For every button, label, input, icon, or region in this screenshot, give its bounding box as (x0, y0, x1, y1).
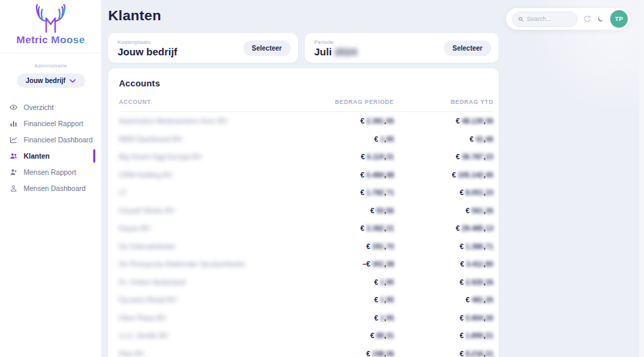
account-name-cell: Cloud2 Works BV (119, 207, 294, 215)
bedrag-periode-cell: € 2.381,06 (294, 117, 394, 125)
search-input[interactable] (527, 16, 572, 22)
periode-value: Juli 2024 (314, 46, 357, 57)
scrollbar[interactable] (639, 0, 644, 357)
users-icon (9, 152, 18, 160)
chevron-down-icon (70, 79, 76, 83)
sidebar-item-klanten[interactable]: Klanten (0, 148, 101, 164)
bedrag-ytd-cell: € 561,26 (394, 207, 493, 215)
account-name-cell: Automotive Medewerkers Kern BV (119, 117, 294, 125)
person-report-icon (9, 168, 18, 176)
account-name-cell: Dayze BV (119, 224, 294, 232)
column-header-bedrag-periode: BEDRAG PERIODE (294, 99, 394, 105)
bedrag-periode-cell: € 1.782,71 (294, 188, 394, 196)
moose-antlers-icon (26, 3, 76, 33)
table-row[interactable]: Automotive Medewerkers Kern BV € 2.381,0… (119, 112, 493, 130)
bedrag-periode-cell: € 1,95 (294, 135, 394, 143)
filter-row: Kostenplaats Jouw bedrijf Selecteer Peri… (108, 33, 499, 63)
accounts-title: Accounts (119, 78, 493, 88)
table-row[interactable]: Dynamo Retail BV € 1,95 € 481,26 (119, 291, 493, 309)
bedrag-periode-cell: € 1,95 (294, 314, 394, 322)
line-chart-icon (9, 136, 18, 144)
avatar[interactable]: TP (610, 10, 628, 28)
bedrag-periode-cell: € 93,56 (294, 207, 394, 215)
sidebar-item-label: Mensen Dashboard (24, 184, 86, 192)
kostenplaats-selecteer-button[interactable]: Selecteer (243, 40, 291, 56)
moon-icon (597, 15, 605, 23)
table-row[interactable]: Plan BV € 198,36 € 8.216,21 (119, 345, 493, 357)
bedrag-ytd-cell: € 1.386,71 (394, 242, 493, 250)
table-row[interactable]: LLLL Zwolle BV € 89,31 € 1.890,21 (119, 327, 493, 345)
bedrag-periode-cell: € 198,36 (294, 350, 394, 357)
bedrag-ytd-cell: € 1.890,21 (394, 331, 493, 339)
bedrag-periode-cell: −€ 301,38 (294, 260, 394, 268)
table-row[interactable]: Dr. Online Nederland € 1,95 € 2.920,26 (119, 273, 493, 292)
account-name-cell: LLLL Zwolle BV (119, 331, 294, 339)
sidebar-item-label: Klanten (24, 152, 50, 160)
search-box[interactable] (512, 11, 578, 27)
table-row[interactable]: Dayze BV € 3.382,21 € 29.485,13 (119, 219, 493, 238)
table-row[interactable]: LT € 1.782,71 € 8.051,23 (119, 184, 493, 202)
kostenplaats-card: Kostenplaats Jouw bedrijf Selecteer (108, 33, 298, 63)
bedrag-periode-cell: € 3.382,21 (294, 224, 394, 232)
account-name-cell: Olive Plaza BV (119, 314, 294, 322)
table-row[interactable]: MKB Dashboard BV € 1,95 € 41,46 (119, 130, 493, 148)
sidebar-item-financieel-rapport[interactable]: Financieel Rapport (0, 115, 101, 132)
eye-icon (9, 103, 18, 111)
account-name-cell: Plan BV (119, 350, 294, 357)
table-row[interactable]: Big Groen Egg Europa BV € 6.119,31 € 36.… (119, 148, 493, 166)
sidebar-item-mensen-rapport[interactable]: Mensen Rapport (0, 164, 101, 180)
periode-selecteer-button[interactable]: Selecteer (444, 40, 491, 56)
bedrag-ytd-cell: € 481,26 (394, 296, 493, 304)
search-icon (518, 16, 524, 22)
dark-mode-toggle[interactable] (597, 15, 605, 23)
kostenplaats-value: Jouw bedrijf (118, 46, 177, 57)
table-row[interactable]: De Peergroep (Nationale Vacaturebank) −€… (119, 255, 493, 273)
account-name-cell: De Peergroep (Nationale Vacaturebank) (119, 260, 294, 268)
bedrag-ytd-cell: € 48.139,36 (394, 117, 493, 125)
sidebar-item-mensen-dashboard[interactable]: Mensen Dashboard (0, 180, 101, 196)
column-header-account: ACCOUNT (119, 99, 294, 105)
account-name-cell: MKB Dashboard BV (119, 135, 294, 143)
bedrag-periode-cell: € 6.119,31 (294, 153, 394, 161)
bedrag-periode-cell: € 1,95 (294, 278, 394, 286)
account-name-cell: Dynamo Retail BV (119, 296, 294, 304)
kostenplaats-label: Kostenplaats (118, 39, 177, 45)
administratie-label: Administratie (0, 63, 101, 69)
accounts-table-body: Automotive Medewerkers Kern BV € 2.381,0… (119, 112, 493, 357)
accounts-card: Accounts ACCOUNT BEDRAG PERIODE BEDRAG Y… (108, 68, 499, 357)
logo-text: Metric Moose (0, 34, 101, 46)
bedrag-ytd-cell: € 36.787,23 (394, 153, 493, 161)
table-row[interactable]: Olive Plaza BV € 1,95 € 5.904,26 (119, 309, 493, 327)
refresh-button[interactable] (583, 15, 591, 23)
table-row[interactable]: CRM Holding BV € 5.484,48 € 105.142,45 (119, 166, 493, 184)
column-header-bedrag-ytd: BEDRAG YTD (394, 99, 493, 105)
sidebar-item-label: Financieel Rapport (24, 119, 83, 128)
bedrag-ytd-cell: € 2.920,26 (394, 278, 493, 286)
sidebar-divider (0, 53, 101, 53)
sidebar-item-financieel-dashboard[interactable]: Financieel Dashboard (0, 132, 101, 148)
main-area: Klanten TP Kostenplaats (102, 0, 644, 357)
sidebar-item-label: Overzicht (24, 103, 53, 111)
bedrag-periode-cell: € 391,70 (294, 242, 394, 250)
bedrag-ytd-cell: € 105.142,45 (394, 171, 493, 179)
sidebar-item-label: Mensen Rapport (24, 168, 76, 176)
bedrag-periode-cell: € 89,31 (294, 331, 394, 339)
account-name-cell: De Onkruidvlinder (119, 242, 294, 250)
bar-chart-icon (9, 119, 18, 128)
bedrag-periode-cell: € 1,95 (294, 296, 394, 304)
sidebar-item-overzicht[interactable]: Overzicht (0, 99, 101, 115)
table-row[interactable]: De Onkruidvlinder € 391,70 € 1.386,71 (119, 238, 493, 256)
account-name-cell: LT (119, 188, 294, 196)
periode-month: Juli (314, 46, 332, 57)
logo: Metric Moose (0, 0, 101, 46)
bedrag-ytd-cell: € 41,46 (394, 135, 493, 143)
bedrag-ytd-cell: € 8.216,21 (394, 350, 493, 357)
bedrag-periode-cell: € 5.484,48 (294, 171, 394, 179)
table-row[interactable]: Cloud2 Works BV € 93,56 € 561,26 (119, 202, 493, 220)
company-selector-label: Jouw bedrijf (26, 77, 66, 84)
sidebar-nav: Overzicht Financieel Rapport Financieel … (0, 99, 101, 196)
bedrag-ytd-cell: € 3.411,80 (394, 260, 493, 268)
periode-label: Periode (314, 39, 357, 45)
company-selector[interactable]: Jouw bedrijf (17, 74, 85, 88)
bedrag-ytd-cell: € 5.904,26 (394, 314, 493, 322)
